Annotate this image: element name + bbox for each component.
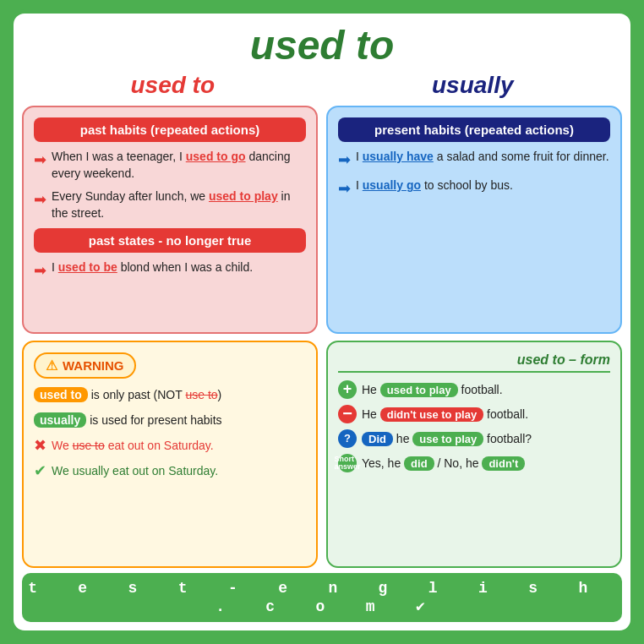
form-title: used to – form bbox=[338, 352, 610, 373]
panel-usually: present habits (repeated actions) ➡ I us… bbox=[326, 106, 622, 334]
badge-past-states: past states - no longer true bbox=[34, 228, 306, 253]
warning-label: WARNING bbox=[63, 358, 124, 373]
panel-form: used to – form + He used to play footbal… bbox=[326, 341, 622, 569]
form-answer-text: Yes, he did / No, he didn't bbox=[362, 456, 525, 470]
warning-desc-2: is used for present habits bbox=[90, 413, 221, 427]
footer-text: t e s t - e n g l i s h . c o m ✔ bbox=[28, 580, 616, 615]
strikethrough-use-to-2: use to bbox=[73, 439, 105, 452]
arrow-icon-5: ➡ bbox=[338, 178, 351, 199]
correct-text-content: We usually eat out on Saturday. bbox=[52, 464, 218, 478]
main-container: used to used to usually past habits (rep… bbox=[9, 9, 635, 635]
subtitle-right: usually bbox=[432, 72, 513, 99]
usually-example-1-text: I usually have a salad and some fruit fo… bbox=[356, 149, 609, 166]
form-negative-text: He didn't use to play football. bbox=[362, 407, 528, 421]
form-row-negative: − He didn't use to play football. bbox=[338, 405, 610, 423]
did-answer-pill: did bbox=[404, 456, 434, 471]
usually-go-link: usually go bbox=[363, 178, 421, 192]
panels-top: past habits (repeated actions) ➡ When I … bbox=[22, 106, 622, 334]
form-positive-text: He used to play football. bbox=[362, 383, 503, 396]
arrow-icon-2: ➡ bbox=[34, 189, 46, 210]
usually-example-2: ➡ I usually go to school by bus. bbox=[338, 177, 610, 199]
usually-have-link: usually have bbox=[363, 150, 434, 163]
didnt-answer-pill: didn't bbox=[482, 456, 525, 471]
badge-past-habits: past habits (repeated actions) bbox=[34, 117, 306, 142]
wrong-text-content: We use to eat out on Saturday. bbox=[52, 439, 214, 452]
form-row-positive: + He used to play football. bbox=[338, 380, 610, 399]
used-to-example-2: ➡ Every Sunday after lunch, we used to p… bbox=[34, 188, 306, 221]
plus-icon: + bbox=[338, 380, 357, 399]
form-row-question: ? Did he use to play football? bbox=[338, 429, 610, 448]
arrow-icon-1: ➡ bbox=[34, 150, 46, 171]
used-to-example-2-text: Every Sunday after lunch, we used to pla… bbox=[52, 188, 306, 221]
correct-example: ✔ We usually eat out on Saturday. bbox=[34, 461, 306, 480]
pill-used-to: used to bbox=[34, 387, 88, 402]
panel-warning: ⚠ WARNING used to is only past (NOT use … bbox=[22, 341, 318, 569]
main-title: used to bbox=[22, 22, 622, 68]
used-to-play-link: used to play bbox=[209, 189, 278, 203]
correct-icon: ✔ bbox=[34, 461, 46, 480]
badge-present-habits: present habits (repeated actions) bbox=[338, 117, 610, 142]
minus-icon: − bbox=[338, 405, 357, 423]
used-to-play-pill: used to play bbox=[380, 383, 458, 397]
wrong-example: ✖ We use to eat out on Saturday. bbox=[34, 436, 306, 455]
strikethrough-use-to: use to bbox=[185, 388, 217, 401]
warning-triangle-icon: ⚠ bbox=[46, 357, 57, 374]
warning-desc-1: is only past (NOT use to) bbox=[91, 388, 222, 401]
footer: t e s t - e n g l i s h . c o m ✔ bbox=[22, 573, 622, 622]
answer-icon: Shortanswer bbox=[338, 454, 357, 472]
panel-used-to: past habits (repeated actions) ➡ When I … bbox=[22, 106, 318, 334]
warning-line-1: used to is only past (NOT use to) bbox=[34, 385, 306, 404]
warning-line-2: usually is used for present habits bbox=[34, 411, 306, 429]
panels-bottom: ⚠ WARNING used to is only past (NOT use … bbox=[22, 341, 622, 569]
form-row-answer: Shortanswer Yes, he did / No, he didn't bbox=[338, 454, 610, 472]
used-to-example-1: ➡ When I was a teenager, I used to go da… bbox=[34, 149, 306, 182]
pill-usually: usually bbox=[34, 412, 86, 428]
subtitle-left: used to bbox=[130, 72, 215, 99]
subtitle-row: used to usually bbox=[22, 72, 622, 99]
used-to-be-link: used to be bbox=[58, 260, 117, 274]
use-to-play-pill: use to play bbox=[412, 432, 483, 446]
used-to-go-link: used to go bbox=[186, 150, 246, 163]
wrong-icon: ✖ bbox=[34, 436, 46, 455]
warning-badge: ⚠ WARNING bbox=[34, 352, 136, 379]
did-pill: Did bbox=[362, 432, 393, 446]
used-to-example-3: ➡ I used to be blond when I was a child. bbox=[34, 259, 306, 281]
usually-example-2-text: I usually go to school by bus. bbox=[356, 177, 513, 194]
form-question-text: Did he use to play football? bbox=[362, 432, 532, 445]
question-icon: ? bbox=[338, 429, 357, 448]
didnt-use-to-play-pill: didn't use to play bbox=[380, 407, 483, 422]
usually-example-1: ➡ I usually have a salad and some fruit … bbox=[338, 149, 610, 171]
used-to-example-3-text: I used to be blond when I was a child. bbox=[52, 259, 253, 276]
arrow-icon-4: ➡ bbox=[338, 150, 351, 171]
arrow-icon-3: ➡ bbox=[34, 260, 46, 281]
used-to-example-1-text: When I was a teenager, I used to go danc… bbox=[52, 149, 306, 182]
